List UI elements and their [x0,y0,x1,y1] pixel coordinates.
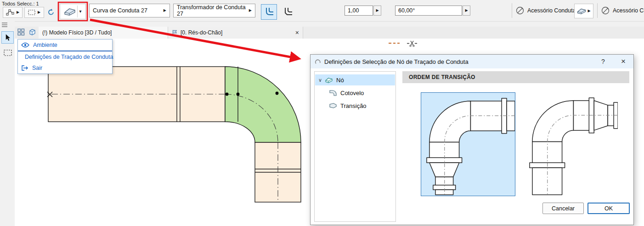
transformer-type-dropdown[interactable]: Transformador de Conduta 27 ▶ [173,4,255,17]
accessory-duct-label: Acessório Conduta [527,7,576,14]
ratio-flyout-button[interactable]: ▶ [373,6,381,16]
flyout-arrow-icon: ▶ [465,9,468,12]
flyout-arrow-icon: ▶ [376,9,378,12]
polyline-tool-icon [6,9,15,16]
transformer-type-value: Transformador de Conduta 27 [177,4,249,17]
tree-item-label: Nó [336,77,344,84]
menu-lines-icon[interactable] [1,22,8,28]
tab-floor-plan-label: [0. Rés-do-Chão] [181,29,222,36]
menu-item-definicoes-traçado[interactable]: Definições de Traçado de Conduta [18,51,112,62]
elbow-preview-1 [421,93,515,196]
accessory-icon [601,6,610,15]
flyout-arrow-icon: ▶ [38,11,40,14]
ratio-value: 1,00 [348,7,359,14]
model-cube-icon[interactable] [28,28,36,36]
tree-chevron-icon[interactable]: ∨ [318,77,322,83]
rotate-tool-button[interactable] [45,7,57,18]
dialog-glyph-icon [315,59,321,65]
flyout-arrow-icon: ▶ [249,9,252,12]
mitred-elbow-icon [283,7,293,17]
transition-node-icon [329,102,337,109]
accessory-fitting-button[interactable]: ▶ [574,4,593,18]
cursor-arrow-icon [4,34,11,42]
elbow-node-icon [329,90,337,96]
node-icon [325,77,333,83]
rotate-icon [47,8,55,17]
dialog-title: Definições de Selecção de Nó de Traçado … [324,58,469,65]
duct-transition-icon [64,7,76,16]
menu-item-label: Definições de Traçado de Conduta [25,54,113,60]
dashed-line-style-icon[interactable] [388,40,400,46]
selection-status: Todos Selecc.: 1 [2,1,39,6]
caret-down-icon[interactable]: ▾ [79,9,81,14]
toolbar-separator [512,3,512,18]
dialog-title-bar[interactable]: Definições de Selecção de Nó de Traçado … [311,55,633,68]
flyout-arrow-icon: ▶ [17,11,19,14]
accessory-duct-label-2: Acessório Con [613,7,644,14]
eye-icon [21,42,29,48]
elbow-mode-toggle-curved[interactable] [261,4,277,20]
tree-item-label: Cotovelo [340,90,364,96]
tool-context-menu: Ambiente Definições de Traçado de Condut… [17,39,113,74]
dashed-rect-icon [28,9,36,16]
elbow-mode-toggle-mitred[interactable] [279,4,297,20]
routing-tool-button[interactable]: ▶ [3,7,23,18]
node-selection-settings-dialog: Definições de Selecção de Nó de Traçado … [310,54,634,225]
angle-flyout-button[interactable]: ▶ [463,6,470,16]
angle-input[interactable]: 60,00° [395,6,462,16]
menu-item-sair[interactable]: Sair [18,62,112,73]
exit-icon [21,65,28,71]
curve-type-value: Curva de Conduta 27 [93,7,147,14]
app-window: Todos Selecc.: 1 ▶ ▶ ▾ Curva de Conduta … [0,0,644,226]
tab-floor-plan[interactable]: [0. Rés-do-Chão] × [168,27,303,39]
node-tree-panel: ∨ Nó Cotovelo Transição [314,71,396,222]
button-divider [77,6,78,17]
split-scissors-icon[interactable] [407,40,418,47]
tree-item-transicao[interactable]: Transição [315,100,395,111]
duct-node-tool-button[interactable]: ▾ [60,4,86,19]
arrow-select-tool[interactable] [1,31,14,44]
menu-item-label: Ambiente [33,42,57,48]
menu-item-ambiente[interactable]: Ambiente [18,40,112,51]
elbow-preview-2 [524,92,618,195]
curved-elbow-icon [264,7,274,17]
duct-fitting-icon [577,7,586,15]
curve-type-dropdown[interactable]: Curva de Conduta 27 ▶ [89,4,170,17]
tab-close-icon[interactable]: × [295,29,299,36]
dialog-close-button[interactable]: × [619,57,628,66]
tree-item-label: Transição [340,102,367,109]
transition-order-title: ORDEM DE TRANSIÇÃO [409,74,475,80]
marquee-icon [4,50,12,56]
marquee-tool-button[interactable]: ▶ [24,7,44,18]
transition-order-header: ORDEM DE TRANSIÇÃO [402,71,629,83]
flyout-arrow-icon: ▶ [588,9,590,13]
menu-item-label: Sair [32,65,42,71]
top-toolbar: Todos Selecc.: 1 ▶ ▶ ▾ Curva de Conduta … [0,0,644,22]
story-flag-icon [172,29,178,36]
quick-options-grid-icon[interactable] [17,28,25,36]
ok-button[interactable]: OK [588,203,630,214]
marquee-select-tool[interactable] [1,46,14,59]
tab-model-3d-label: (!) Modelo Físico [3D / Tudo] [42,29,112,36]
ratio-input[interactable]: 1,00 [345,6,373,16]
transition-order-option-1[interactable] [421,92,515,196]
tab-bar: (!) Modelo Físico [3D / Tudo] [0. Rés-do… [15,27,644,39]
flyout-arrow-icon: ▶ [164,9,166,12]
angle-value: 60,00° [398,7,415,14]
accessory-icon [515,6,525,15]
cancel-button[interactable]: Cancelar [542,203,584,214]
tab-model-3d[interactable]: (!) Modelo Físico [3D / Tudo] [39,27,168,39]
tree-item-no[interactable]: ∨ Nó [315,74,395,85]
left-tool-strip [0,21,15,226]
tree-item-cotovelo[interactable]: Cotovelo [315,87,395,98]
transition-order-option-2[interactable] [524,92,619,196]
dialog-help-button[interactable]: ? [599,57,608,66]
toolbar-separator [597,3,598,18]
